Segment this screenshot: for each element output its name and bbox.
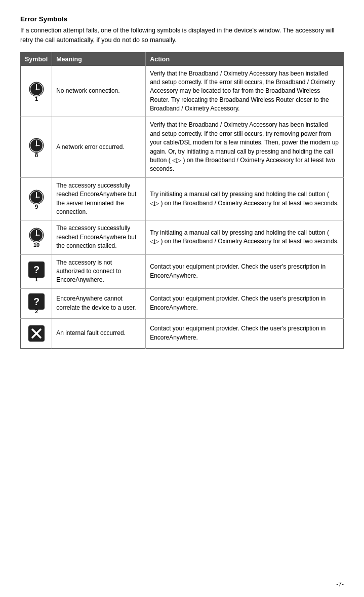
svg-text:1: 1 [35, 96, 38, 102]
intro-text: If a connection attempt fails, one of th… [20, 26, 344, 45]
svg-text:8: 8 [35, 152, 38, 158]
svg-point-22 [35, 235, 37, 236]
table-row: 10 The accessory successfully reached En… [21, 220, 344, 254]
symbol-icon: ? 2 [25, 292, 48, 315]
action-cell: Verify that the Broadband / Oximetry Acc… [146, 117, 344, 177]
header-action: Action [146, 52, 344, 66]
svg-point-4 [35, 88, 37, 90]
symbol-cell: 10 [21, 220, 52, 254]
symbol-icon: 9 [25, 188, 48, 210]
table-row: ? 1 The accessory is not authorized to c… [21, 254, 344, 288]
table-header: Symbol Meaning Action [21, 52, 344, 66]
svg-text:?: ? [33, 264, 39, 275]
action-cell: Contact your equipment provider. Check t… [146, 318, 344, 348]
table-row: 1 No network connection.Verify that the … [21, 66, 344, 117]
header-meaning: Meaning [52, 52, 146, 66]
table-row: An internal fault occurred.Contact your … [21, 318, 344, 348]
symbol-cell: 1 [21, 66, 52, 117]
symbol-cell [21, 318, 52, 348]
meaning-cell: No network connection. [52, 66, 146, 117]
meaning-cell: The accessory is not authorized to conne… [52, 254, 146, 288]
symbol-icon: 10 [25, 226, 48, 248]
symbol-icon [25, 322, 48, 345]
action-cell: Verify that the Broadband / Oximetry Acc… [146, 66, 344, 117]
symbol-cell: ? 2 [21, 288, 52, 318]
meaning-cell: A network error occurred. [52, 117, 146, 177]
svg-text:9: 9 [35, 204, 38, 210]
page-number: -7- [336, 581, 344, 588]
symbol-icon: 8 [25, 136, 48, 159]
svg-text:10: 10 [33, 242, 39, 248]
meaning-cell: The accessory successfully reached Encor… [52, 220, 146, 254]
symbol-cell: ? 1 [21, 254, 52, 288]
svg-text:1: 1 [35, 276, 38, 282]
symbol-icon: 1 [25, 80, 48, 102]
action-cell: Try initiating a manual call by pressing… [146, 177, 344, 220]
table-body: 1 No network connection.Verify that the … [21, 66, 344, 349]
action-cell: Contact your equipment provider. Check t… [146, 288, 344, 318]
symbol-icon: ? 1 [25, 260, 48, 283]
meaning-cell: An internal fault occurred. [52, 318, 146, 348]
svg-point-10 [35, 144, 37, 146]
action-cell: Try initiating a manual call by pressing… [146, 220, 344, 254]
svg-text:?: ? [33, 296, 39, 307]
svg-text:2: 2 [35, 308, 38, 314]
table-row: 9 The accessory successfully reached Enc… [21, 177, 344, 220]
table-row: 8 A network error occurred.Verify that t… [21, 117, 344, 177]
svg-point-16 [35, 196, 37, 198]
header-symbol: Symbol [21, 52, 52, 66]
error-symbols-table: Symbol Meaning Action 1 No network conne… [20, 52, 344, 349]
meaning-cell: The accessory successfully reached Encor… [52, 177, 146, 220]
symbol-cell: 8 [21, 117, 52, 177]
action-cell: Contact your equipment provider. Check t… [146, 254, 344, 288]
symbol-cell: 9 [21, 177, 52, 220]
page-title: Error Symbols [20, 15, 344, 23]
meaning-cell: EncoreAnywhere cannot correlate the devi… [52, 288, 146, 318]
table-row: ? 2 EncoreAnywhere cannot correlate the … [21, 288, 344, 318]
